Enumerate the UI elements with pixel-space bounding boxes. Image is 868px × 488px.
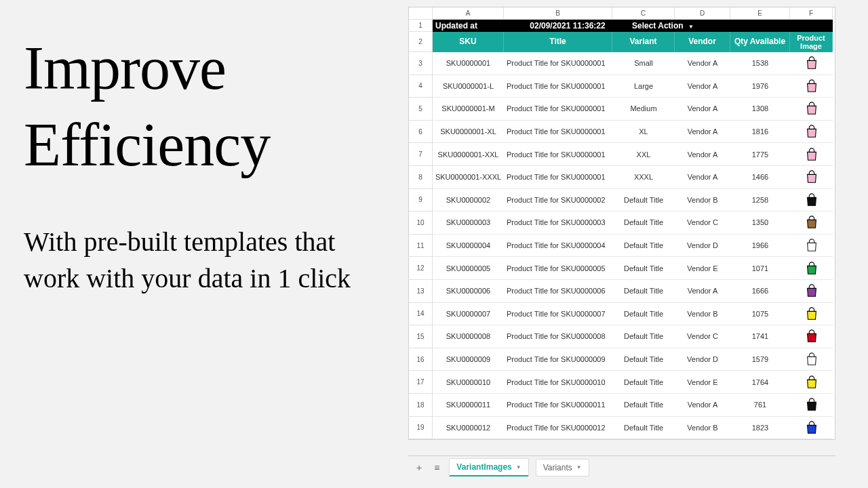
cell-qty[interactable]: 1816 bbox=[730, 121, 790, 144]
cell-variant[interactable]: Default Title bbox=[612, 325, 675, 348]
cell-sku[interactable]: SKU0000001-XXL bbox=[433, 143, 504, 166]
cell-image[interactable] bbox=[790, 417, 833, 440]
tab-variantimages[interactable]: VariantImages ▼ bbox=[449, 458, 528, 476]
cell-qty[interactable]: 1775 bbox=[730, 143, 790, 166]
cell-title[interactable]: Product Title for SKU0000006 bbox=[504, 280, 612, 303]
cell-title[interactable]: Product Title for SKU0000010 bbox=[504, 371, 612, 394]
cell-vendor[interactable]: Vendor E bbox=[675, 371, 730, 394]
select-action-dropdown[interactable]: Select Action ▼ bbox=[632, 21, 694, 30]
cell-title[interactable]: Product Title for SKU0000007 bbox=[504, 303, 612, 326]
cell-sku[interactable]: SKU0000003 bbox=[433, 211, 504, 235]
cell-qty[interactable]: 1764 bbox=[730, 371, 790, 394]
cell-qty[interactable]: 1741 bbox=[730, 325, 790, 348]
cell-vendor[interactable]: Vendor D bbox=[675, 235, 730, 258]
cell-qty[interactable]: 1579 bbox=[730, 348, 790, 371]
cell-qty[interactable]: 1823 bbox=[730, 417, 790, 440]
cell-sku[interactable]: SKU0000009 bbox=[433, 348, 504, 371]
cell-qty[interactable]: 1308 bbox=[730, 98, 790, 121]
cell-vendor[interactable]: Vendor A bbox=[675, 280, 730, 303]
cell-image[interactable] bbox=[790, 394, 833, 417]
cell-qty[interactable]: 1976 bbox=[730, 75, 790, 98]
cell-vendor[interactable]: Vendor A bbox=[675, 166, 730, 189]
cell-variant[interactable]: Default Title bbox=[612, 417, 675, 440]
tab-variants[interactable]: Variants ▼ bbox=[536, 459, 589, 476]
cell-title[interactable]: Product Title for SKU0000008 bbox=[504, 325, 612, 348]
cell-sku[interactable]: SKU0000002 bbox=[433, 189, 504, 212]
cell-qty[interactable]: 1666 bbox=[730, 280, 790, 303]
cell-sku[interactable]: SKU0000001-M bbox=[433, 98, 504, 121]
cell-title[interactable]: Product Title for SKU0000002 bbox=[504, 189, 612, 212]
cell-vendor[interactable]: Vendor B bbox=[675, 417, 730, 440]
cell-image[interactable] bbox=[790, 166, 833, 189]
cell-image[interactable] bbox=[790, 348, 833, 371]
cell-image[interactable] bbox=[790, 303, 833, 326]
cell-vendor[interactable]: Vendor A bbox=[675, 75, 730, 98]
cell-vendor[interactable]: Vendor E bbox=[675, 257, 730, 280]
cell-sku[interactable]: SKU0000008 bbox=[433, 325, 504, 348]
cell-variant[interactable]: XXL bbox=[612, 143, 675, 166]
cell-image[interactable] bbox=[790, 98, 833, 121]
cell-variant[interactable]: Default Title bbox=[612, 280, 675, 303]
cell-image[interactable] bbox=[790, 280, 833, 303]
cell-image[interactable] bbox=[790, 211, 833, 235]
cell-variant[interactable]: XL bbox=[612, 121, 675, 144]
cell-vendor[interactable]: Vendor C bbox=[675, 325, 730, 348]
cell-sku[interactable]: SKU0000001 bbox=[433, 52, 504, 75]
cell-qty[interactable]: 1258 bbox=[730, 189, 790, 212]
cell-title[interactable]: Product Title for SKU0000011 bbox=[504, 394, 612, 417]
cell-sku[interactable]: SKU0000011 bbox=[433, 394, 504, 417]
cell-title[interactable]: Product Title for SKU0000005 bbox=[504, 257, 612, 280]
cell-qty[interactable]: 1350 bbox=[730, 211, 790, 235]
cell-image[interactable] bbox=[790, 52, 833, 75]
cell-vendor[interactable]: Vendor B bbox=[675, 189, 730, 212]
cell-variant[interactable]: Large bbox=[612, 75, 675, 98]
cell-variant[interactable]: Default Title bbox=[612, 235, 675, 258]
cell-title[interactable]: Product Title for SKU0000004 bbox=[504, 235, 612, 258]
cell-title[interactable]: Product Title for SKU0000001 bbox=[504, 166, 612, 189]
cell-title[interactable]: Product Title for SKU0000001 bbox=[504, 121, 612, 144]
cell-vendor[interactable]: Vendor A bbox=[675, 52, 730, 75]
cell-vendor[interactable]: Vendor A bbox=[675, 98, 730, 121]
cell-image[interactable] bbox=[790, 325, 833, 348]
cell-sku[interactable]: SKU0000007 bbox=[433, 303, 504, 326]
cell-qty[interactable]: 761 bbox=[730, 394, 790, 417]
cell-sku[interactable]: SKU0000004 bbox=[433, 235, 504, 258]
cell-variant[interactable]: Default Title bbox=[612, 303, 675, 326]
cell-sku[interactable]: SKU0000001-XXXL bbox=[433, 166, 504, 189]
cell-title[interactable]: Product Title for SKU0000001 bbox=[504, 143, 612, 166]
cell-title[interactable]: Product Title for SKU0000001 bbox=[504, 52, 612, 75]
cell-variant[interactable]: Default Title bbox=[612, 394, 675, 417]
cell-variant[interactable]: Small bbox=[612, 52, 675, 75]
cell-image[interactable] bbox=[790, 189, 833, 212]
cell-image[interactable] bbox=[790, 75, 833, 98]
cell-variant[interactable]: Default Title bbox=[612, 211, 675, 235]
cell-image[interactable] bbox=[790, 257, 833, 280]
cell-title[interactable]: Product Title for SKU0000009 bbox=[504, 348, 612, 371]
cell-qty[interactable]: 1966 bbox=[730, 235, 790, 258]
cell-variant[interactable]: Default Title bbox=[612, 348, 675, 371]
all-sheets-button[interactable]: ≡ bbox=[431, 460, 442, 476]
cell-variant[interactable]: Default Title bbox=[612, 257, 675, 280]
cell-vendor[interactable]: Vendor A bbox=[675, 394, 730, 417]
cell-vendor[interactable]: Vendor B bbox=[675, 303, 730, 326]
cell-qty[interactable]: 1538 bbox=[730, 52, 790, 75]
cell-sku[interactable]: SKU0000010 bbox=[433, 371, 504, 394]
cell-sku[interactable]: SKU0000012 bbox=[433, 417, 504, 440]
cell-title[interactable]: Product Title for SKU0000001 bbox=[504, 98, 612, 121]
cell-sku[interactable]: SKU0000001-L bbox=[433, 75, 504, 98]
cell-sku[interactable]: SKU0000005 bbox=[433, 257, 504, 280]
cell-title[interactable]: Product Title for SKU0000012 bbox=[504, 417, 612, 440]
cell-qty[interactable]: 1466 bbox=[730, 166, 790, 189]
cell-image[interactable] bbox=[790, 235, 833, 258]
cell-variant[interactable]: Default Title bbox=[612, 189, 675, 212]
cell-vendor[interactable]: Vendor D bbox=[675, 348, 730, 371]
cell-variant[interactable]: XXXL bbox=[612, 166, 675, 189]
add-sheet-button[interactable]: + bbox=[414, 460, 425, 476]
cell-sku[interactable]: SKU0000001-XL bbox=[433, 121, 504, 144]
cell-title[interactable]: Product Title for SKU0000003 bbox=[504, 211, 612, 235]
cell-qty[interactable]: 1075 bbox=[730, 303, 790, 326]
cell-image[interactable] bbox=[790, 143, 833, 166]
cell-variant[interactable]: Medium bbox=[612, 98, 675, 121]
cell-variant[interactable]: Default Title bbox=[612, 371, 675, 394]
cell-image[interactable] bbox=[790, 121, 833, 144]
